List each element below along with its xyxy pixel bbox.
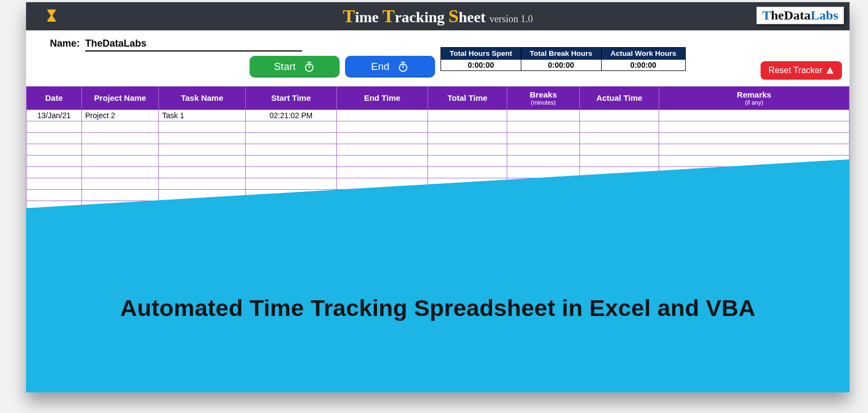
start-button[interactable]: Start [250, 56, 340, 78]
cell[interactable] [246, 144, 337, 155]
cell[interactable] [659, 201, 850, 212]
cell[interactable] [246, 189, 337, 201]
cell[interactable] [507, 178, 580, 189]
cell[interactable] [580, 132, 659, 144]
cell[interactable] [507, 132, 580, 144]
hourglass-icon [43, 8, 60, 24]
cell[interactable] [659, 121, 850, 132]
cell[interactable] [580, 109, 659, 121]
cell[interactable] [27, 189, 82, 201]
reset-button[interactable]: Reset Tracker [761, 61, 842, 80]
cell[interactable] [27, 144, 82, 155]
cell[interactable] [428, 178, 507, 189]
cell[interactable] [246, 201, 337, 212]
cell[interactable] [27, 121, 82, 132]
cell[interactable] [159, 189, 246, 201]
cell[interactable] [27, 132, 82, 144]
cell[interactable] [659, 166, 850, 178]
cell[interactable] [159, 132, 246, 144]
tracking-table[interactable]: Date Project Name Task Name Start Time E… [26, 86, 850, 212]
cell[interactable] [337, 132, 428, 144]
cell[interactable] [428, 189, 507, 201]
cell[interactable] [580, 155, 659, 166]
cell[interactable] [428, 121, 507, 132]
col-end: End Time [337, 87, 428, 110]
table-row[interactable] [27, 132, 850, 144]
brand-logo: TheDataLabs [756, 7, 844, 24]
cell[interactable]: Task 1 [159, 109, 246, 121]
cell[interactable] [659, 155, 850, 166]
cell[interactable] [337, 189, 428, 201]
table-row[interactable]: 13/Jan/21Project 2Task 102:21:02 PM [27, 109, 850, 121]
cell[interactable] [82, 189, 159, 201]
cell[interactable] [428, 201, 507, 212]
cell[interactable] [27, 201, 82, 212]
cell[interactable] [337, 155, 428, 166]
overlay-headline: Automated Time Tracking Spreadsheet in E… [26, 295, 850, 321]
cell[interactable] [159, 178, 246, 189]
cell[interactable] [507, 166, 580, 178]
cell[interactable] [27, 178, 82, 189]
cell[interactable] [507, 121, 580, 132]
cell[interactable] [428, 155, 507, 166]
cell[interactable] [337, 201, 428, 212]
cell[interactable] [580, 178, 659, 189]
cell[interactable] [659, 144, 850, 155]
table-row[interactable] [27, 201, 850, 212]
cell[interactable] [82, 121, 159, 132]
cell[interactable] [82, 166, 159, 178]
cell[interactable] [27, 155, 82, 166]
table-row[interactable] [27, 144, 850, 155]
cell[interactable] [82, 144, 159, 155]
cell[interactable] [337, 109, 428, 121]
cell[interactable] [659, 132, 850, 144]
cell[interactable] [159, 144, 246, 155]
cell[interactable] [159, 166, 246, 178]
cell[interactable] [507, 155, 580, 166]
cell[interactable] [246, 132, 337, 144]
cell[interactable] [507, 144, 580, 155]
cell[interactable] [82, 178, 159, 189]
cell[interactable] [580, 189, 659, 201]
cell[interactable] [428, 109, 507, 121]
cell[interactable] [246, 121, 337, 132]
cell[interactable] [507, 201, 580, 212]
cell[interactable] [428, 166, 507, 178]
cell[interactable] [246, 155, 337, 166]
cell[interactable] [82, 201, 159, 212]
cell[interactable] [580, 166, 659, 178]
cell[interactable] [659, 178, 850, 189]
end-button[interactable]: End [345, 56, 435, 78]
cell[interactable]: Project 2 [82, 109, 159, 121]
cell[interactable] [159, 121, 246, 132]
cell[interactable]: 02:21:02 PM [246, 109, 337, 121]
table-row[interactable] [27, 121, 850, 132]
table-row[interactable] [27, 189, 850, 201]
cell[interactable] [659, 109, 850, 121]
cell[interactable] [82, 132, 159, 144]
cell[interactable]: 13/Jan/21 [27, 109, 82, 121]
cell[interactable] [159, 155, 246, 166]
cell[interactable] [337, 166, 428, 178]
cell[interactable] [428, 144, 507, 155]
cell[interactable] [159, 201, 246, 212]
cell[interactable] [27, 166, 82, 178]
cell[interactable] [337, 121, 428, 132]
table-row[interactable] [27, 155, 850, 166]
table-row[interactable] [27, 178, 850, 189]
name-value[interactable]: TheDataLabs [85, 38, 302, 51]
cell[interactable] [428, 132, 507, 144]
cell[interactable] [246, 178, 337, 189]
cell[interactable] [337, 178, 428, 189]
app-title: Time Tracking Sheet version 1.0 [26, 6, 850, 27]
cell[interactable] [580, 201, 659, 212]
cell[interactable] [246, 166, 337, 178]
table-row[interactable] [27, 166, 850, 178]
cell[interactable] [580, 121, 659, 132]
cell[interactable] [337, 144, 428, 155]
cell[interactable] [82, 155, 159, 166]
cell[interactable] [580, 144, 659, 155]
cell[interactable] [659, 189, 850, 201]
cell[interactable] [507, 109, 580, 121]
cell[interactable] [507, 189, 580, 201]
